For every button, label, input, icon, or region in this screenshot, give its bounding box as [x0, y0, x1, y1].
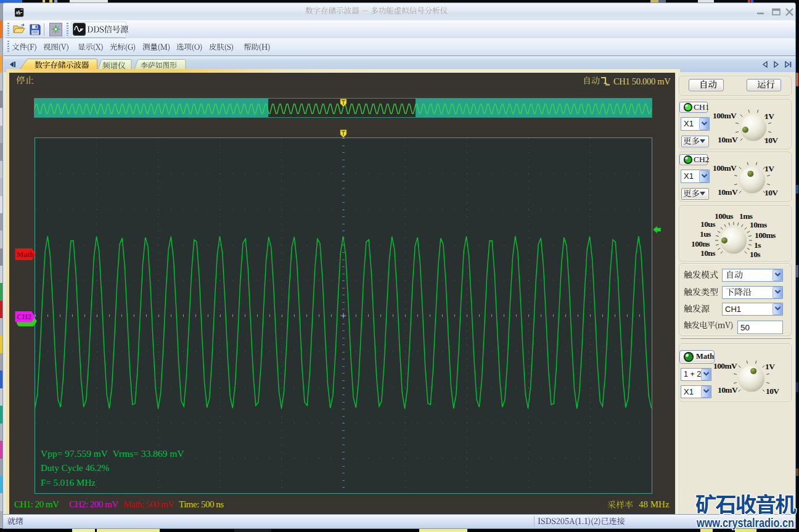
- svg-text:Math: Math: [17, 250, 34, 259]
- svg-text:www.crystalradio.cn: www.crystalradio.cn: [696, 517, 794, 530]
- svg-text:CH2: CH2: [17, 313, 31, 321]
